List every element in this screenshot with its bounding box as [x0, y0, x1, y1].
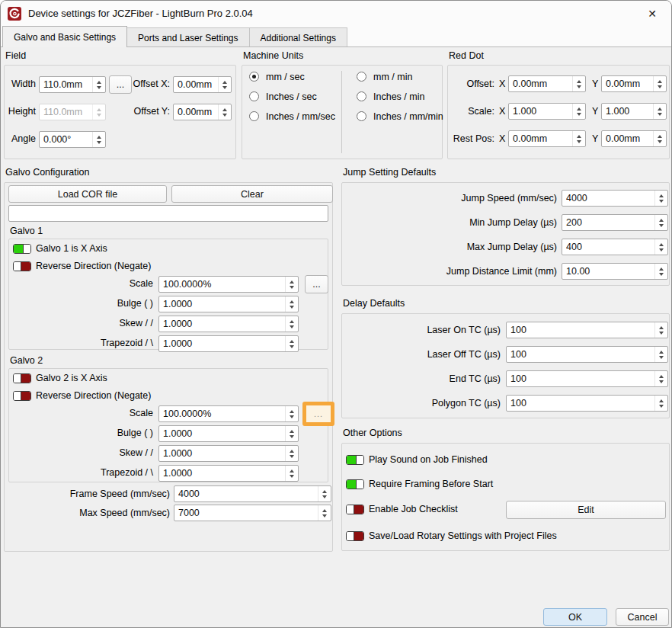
red-dot-rest-pos-x-input[interactable] — [509, 131, 572, 146]
red-dot-rest-pos-x-spin-buttons[interactable] — [572, 131, 585, 146]
red-dot-scale-y-spin-buttons[interactable] — [653, 104, 666, 119]
red-dot-offset-x-spinner — [508, 75, 586, 92]
galvo2-bulge-input[interactable] — [159, 426, 285, 441]
galvo1-bulge-input[interactable] — [159, 296, 285, 312]
galvo1-skew-input[interactable] — [159, 316, 285, 332]
min-jump-delay-spin-buttons[interactable] — [654, 215, 667, 230]
field-section-title: Field — [5, 50, 26, 62]
polygon-tc-input[interactable] — [507, 396, 654, 411]
close-icon[interactable]: ✕ — [639, 4, 665, 23]
galvo1-skew-spin-buttons[interactable] — [285, 316, 298, 332]
field-offset-y-input[interactable] — [174, 104, 218, 120]
galvo2-skew-label: Skew / / — [46, 447, 153, 459]
field-angle-spin-buttons[interactable] — [92, 132, 105, 147]
galvo1-browse-button[interactable]: ... — [305, 275, 328, 293]
galvo1-reverse-toggle[interactable] — [13, 261, 31, 271]
red-dot-offset-x-axis-label: X — [499, 78, 505, 90]
galvo2-trapezoid-input[interactable] — [159, 466, 285, 481]
frame-speed-input[interactable] — [174, 486, 318, 501]
radio-mm-sec[interactable] — [249, 72, 259, 82]
red-dot-scale-y-axis-label: Y — [592, 106, 598, 117]
radio-inches-mm-sec[interactable] — [249, 111, 259, 121]
red-dot-offset-y-axis-label: Y — [592, 78, 598, 90]
max-speed-spin-buttons[interactable] — [318, 505, 331, 521]
red-dot-scale-y-input[interactable] — [602, 104, 653, 119]
field-offset-x-spin-buttons[interactable] — [218, 77, 231, 92]
galvo1-trapezoid-spin-buttons[interactable] — [285, 336, 298, 351]
field-width-spin-buttons[interactable] — [92, 77, 105, 92]
radio-inches-min[interactable] — [357, 91, 366, 101]
laser-off-tc-label: Laser Off TC (µs) — [344, 349, 501, 360]
laser-on-tc-input[interactable] — [507, 322, 654, 338]
require-framing-toggle[interactable] — [346, 479, 364, 489]
radio-inches-mm-sec-label: Inches / mm/sec — [266, 111, 335, 123]
galvo1-scale-input[interactable] — [159, 277, 285, 292]
frame-speed-spin-buttons[interactable] — [318, 486, 331, 501]
radio-mm-min[interactable] — [357, 72, 366, 82]
min-jump-delay-input[interactable] — [562, 215, 654, 230]
laser-off-tc-spin-buttons[interactable] — [654, 347, 667, 362]
max-jump-delay-input[interactable] — [562, 239, 654, 255]
load-cor-file-button[interactable]: Load COR file — [8, 185, 167, 203]
red-dot-scale-x-spin-buttons[interactable] — [572, 104, 585, 119]
red-dot-scale-x-input[interactable] — [509, 104, 572, 119]
laser-on-tc-spin-buttons[interactable] — [654, 322, 667, 338]
play-sound-toggle[interactable] — [346, 455, 364, 465]
galvo2-skew-input[interactable] — [159, 446, 285, 461]
red-dot-offset-x-input[interactable] — [509, 76, 572, 91]
galvo1-trapezoid-input[interactable] — [159, 336, 285, 351]
galvo2-scale-label: Scale — [46, 408, 153, 419]
galvo1-scale-spin-buttons[interactable] — [285, 277, 298, 292]
galvo2-axis-toggle[interactable] — [13, 373, 31, 383]
max-speed-label: Max Speed (mm/sec) — [16, 508, 170, 519]
galvo2-scale-spin-buttons[interactable] — [285, 406, 298, 421]
red-dot-scale-y-spinner — [601, 103, 667, 120]
galvo2-bulge-spin-buttons[interactable] — [285, 426, 298, 441]
jump-distance-limit-spin-buttons[interactable] — [654, 264, 667, 279]
red-dot-rest-pos-y-input[interactable] — [602, 131, 653, 146]
end-tc-input[interactable] — [507, 371, 654, 386]
radio-inches-mm-min[interactable] — [357, 111, 366, 121]
jump-speed-input[interactable] — [562, 191, 654, 206]
max-speed-input[interactable] — [174, 505, 318, 521]
galvo2-skew-spin-buttons[interactable] — [285, 446, 298, 461]
max-jump-delay-spin-buttons[interactable] — [654, 239, 667, 255]
polygon-tc-spin-buttons[interactable] — [654, 396, 667, 411]
galvo2-trapezoid-label: Trapezoid / \ — [46, 467, 153, 479]
red-dot-offset-x-spin-buttons[interactable] — [572, 76, 585, 91]
tab-ports-laser-settings[interactable]: Ports and Laser Settings — [126, 27, 249, 47]
jump-distance-limit-input[interactable] — [562, 264, 654, 279]
cor-file-path-input[interactable] — [8, 205, 328, 222]
field-width-label: Width — [7, 78, 36, 90]
galvo2-trapezoid-spin-buttons[interactable] — [285, 466, 298, 481]
radio-inches-sec[interactable] — [249, 91, 259, 101]
galvo2-browse-button-highlighted[interactable]: ... — [302, 402, 334, 426]
rotary-settings-toggle[interactable] — [346, 531, 364, 541]
cancel-button[interactable]: Cancel — [616, 608, 669, 626]
field-width-input[interactable] — [40, 77, 92, 92]
field-offset-x-input[interactable] — [174, 77, 218, 92]
red-dot-rest-pos-y-spin-buttons[interactable] — [653, 131, 666, 146]
ok-button[interactable]: OK — [543, 608, 607, 626]
galvo2-scale-input[interactable] — [159, 406, 285, 421]
clear-cor-button[interactable]: Clear — [171, 185, 333, 203]
radio-inches-mm-min-label: Inches / mm/min — [373, 111, 443, 123]
galvo1-axis-toggle[interactable] — [13, 244, 31, 254]
red-dot-offset-y-spin-buttons[interactable] — [653, 76, 666, 91]
field-offset-y-spin-buttons[interactable] — [218, 104, 231, 120]
jump-speed-spin-buttons[interactable] — [654, 191, 667, 206]
end-tc-spin-buttons[interactable] — [654, 371, 667, 386]
tab-additional-settings[interactable]: Additional Settings — [249, 27, 347, 47]
field-angle-input[interactable] — [40, 132, 92, 147]
tab-galvo-basic-settings[interactable]: Galvo and Basic Settings — [2, 26, 127, 47]
red-dot-offset-y-input[interactable] — [602, 76, 653, 91]
galvo1-bulge-spin-buttons[interactable] — [285, 296, 298, 312]
edit-checklist-button[interactable]: Edit — [506, 501, 666, 519]
galvo2-skew-spinner — [158, 445, 299, 462]
galvo2-reverse-toggle[interactable] — [13, 391, 31, 401]
laser-off-tc-input[interactable] — [507, 347, 654, 362]
jump-distance-limit-spinner — [562, 263, 668, 280]
galvo2-axis-label: Galvo 2 is X Axis — [36, 373, 107, 384]
enable-job-checklist-toggle[interactable] — [346, 505, 364, 514]
radio-mm-min-label: mm / min — [373, 72, 412, 83]
